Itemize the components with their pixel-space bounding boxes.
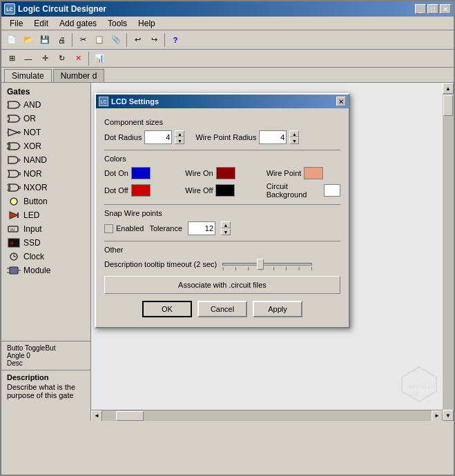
gate-input[interactable]: IN Input xyxy=(1,222,90,236)
snap-enabled-checkbox[interactable] xyxy=(104,224,113,233)
scrollbar-vertical[interactable]: ▲ ▼ xyxy=(443,83,454,421)
menu-edit[interactable]: Edit xyxy=(28,17,54,30)
minimize-button[interactable]: _ xyxy=(415,4,426,14)
select-button[interactable]: ✛ xyxy=(37,51,52,66)
associate-button[interactable]: Associate with .circuit files xyxy=(104,276,340,294)
circuit-bg-row: Circuit Background xyxy=(267,182,340,199)
divider-3 xyxy=(104,241,340,241)
gate-and[interactable]: AND xyxy=(1,98,90,112)
svg-text:8: 8 xyxy=(10,240,14,246)
redo-button[interactable]: ↪ xyxy=(146,32,162,48)
grid-button[interactable]: ⊞ xyxy=(4,51,19,66)
rotate-button[interactable]: ↻ xyxy=(54,51,69,66)
apply-button[interactable]: Apply xyxy=(253,301,302,317)
dialog-close-button[interactable]: ✕ xyxy=(336,97,346,106)
nand-icon xyxy=(7,155,21,166)
nxor-icon xyxy=(7,182,21,193)
title-bar: LC Logic Circuit Designer _ □ ✕ xyxy=(1,1,454,17)
copy-button[interactable]: 📋 xyxy=(92,32,107,48)
wire-on-row: Wire On xyxy=(185,167,259,179)
left-panel: Gates AND xyxy=(1,83,91,421)
gate-not[interactable]: NOT xyxy=(1,126,90,139)
menu-tools[interactable]: Tools xyxy=(102,17,133,30)
chart-button[interactable]: 📊 xyxy=(92,51,107,66)
prop-line1: Butto ToggleBut xyxy=(7,344,85,352)
gate-or[interactable]: OR xyxy=(1,112,90,126)
delete-button[interactable]: ✕ xyxy=(70,51,86,66)
wire-point-radius-down[interactable]: ▼ xyxy=(289,137,299,144)
input-icon: IN xyxy=(7,224,21,235)
svg-text:INSTALUJ: INSTALUJ xyxy=(409,384,434,390)
cut-button[interactable]: ✂ xyxy=(75,32,90,48)
timeout-label: Description tooltip timeout (2 sec) xyxy=(104,260,217,268)
slider-thumb[interactable] xyxy=(257,259,264,270)
gate-led[interactable]: LED xyxy=(1,208,90,222)
menu-help[interactable]: Help xyxy=(133,17,161,30)
menu-file[interactable]: File xyxy=(4,17,28,30)
gate-nxor-label: NXOR xyxy=(23,183,48,192)
module-icon xyxy=(7,265,21,276)
close-button[interactable]: ✕ xyxy=(440,4,451,14)
ok-button[interactable]: OK xyxy=(142,301,192,317)
gate-nor[interactable]: NOR xyxy=(1,167,90,181)
scroll-left-button[interactable]: ◄ xyxy=(91,410,102,422)
wire-button[interactable]: — xyxy=(21,51,36,66)
dot-radius-up[interactable]: ▲ xyxy=(175,130,184,137)
gate-module-label: Module xyxy=(23,266,50,275)
print-button[interactable]: 🖨 xyxy=(54,32,69,48)
scroll-right-button[interactable]: ► xyxy=(432,410,443,422)
gate-clock[interactable]: Clock xyxy=(1,250,90,264)
scrollbar-horizontal[interactable]: ◄ ► xyxy=(91,410,443,421)
wire-point-radius-input[interactable] xyxy=(259,130,287,144)
sep1 xyxy=(72,33,72,47)
gate-ssd[interactable]: 8 SSD xyxy=(1,236,90,250)
scroll-down-button[interactable]: ▼ xyxy=(443,410,454,421)
divider-1 xyxy=(104,150,340,150)
tab-simulate[interactable]: Simulate xyxy=(4,69,52,82)
sep3 xyxy=(164,33,165,47)
scroll-track-v[interactable] xyxy=(443,94,454,410)
gate-nxor[interactable]: NXOR xyxy=(1,181,90,195)
gate-nand-label: NAND xyxy=(23,155,47,165)
help-button[interactable]: ? xyxy=(168,32,183,48)
wire-off-label: Wire Off xyxy=(185,186,213,195)
wire-off-swatch[interactable] xyxy=(215,184,235,197)
gate-nand[interactable]: NAND xyxy=(1,153,90,167)
tolerance-input[interactable] xyxy=(188,221,215,235)
new-button[interactable]: 📄 xyxy=(4,32,19,48)
cancel-button[interactable]: Cancel xyxy=(197,301,247,317)
scroll-thumb-h[interactable] xyxy=(116,411,144,421)
scroll-thumb-v[interactable] xyxy=(443,95,453,116)
menu-add-gates[interactable]: Add gates xyxy=(54,17,102,30)
menu-bar: File Edit Add gates Tools Help xyxy=(1,17,454,30)
or-icon xyxy=(7,113,21,124)
undo-button[interactable]: ↩ xyxy=(130,32,145,48)
desc-title: Description xyxy=(7,373,85,381)
scroll-track-h[interactable] xyxy=(102,410,432,422)
gate-module[interactable]: Module xyxy=(1,264,90,277)
wire-point-swatch[interactable] xyxy=(304,167,323,179)
dot-radius-spinner: ▲ ▼ xyxy=(175,130,184,144)
tolerance-up[interactable]: ▲ xyxy=(221,221,231,228)
button-icon xyxy=(7,196,21,207)
tab-number[interactable]: Number d xyxy=(53,69,105,82)
gate-xor[interactable]: XOR xyxy=(1,139,90,153)
dot-on-swatch[interactable] xyxy=(131,167,151,179)
svg-point-13 xyxy=(19,173,21,175)
dialog-title-text: LCD Settings xyxy=(111,97,336,106)
wire-point-radius-group: Wire Point Radius ▲ ▼ xyxy=(195,130,299,144)
dot-radius-input[interactable] xyxy=(144,130,172,144)
save-button[interactable]: 💾 xyxy=(37,32,52,48)
dot-off-swatch[interactable] xyxy=(131,184,151,197)
wire-point-radius-up[interactable]: ▲ xyxy=(289,130,299,137)
gate-button[interactable]: Button xyxy=(1,195,90,208)
paste-button[interactable]: 📎 xyxy=(108,32,124,48)
scroll-up-button[interactable]: ▲ xyxy=(443,83,454,94)
dot-radius-down[interactable]: ▼ xyxy=(175,137,184,144)
circuit-bg-swatch[interactable] xyxy=(324,184,340,197)
wire-on-swatch[interactable] xyxy=(216,167,235,179)
timeout-slider[interactable]: |||||||| xyxy=(222,258,312,270)
open-button[interactable]: 📂 xyxy=(21,32,36,48)
maximize-button[interactable]: □ xyxy=(427,4,438,14)
tolerance-down[interactable]: ▼ xyxy=(221,228,231,235)
